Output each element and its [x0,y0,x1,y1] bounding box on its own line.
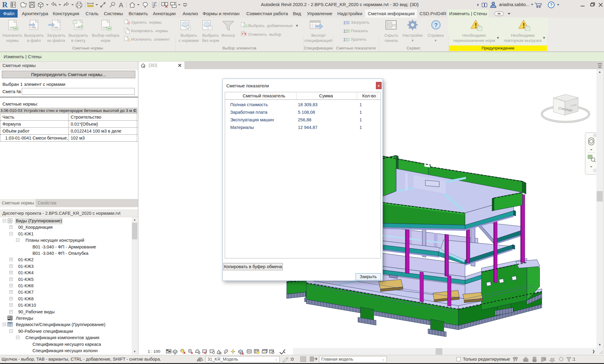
svg-text:Σ: Σ [343,20,346,25]
svg-text:A: A [119,1,123,9]
svg-text:?: ? [550,2,553,7]
svg-text:1: 1 [113,3,114,5]
svg-text:?: ? [434,22,438,28]
svg-text::1: :1 [572,357,575,362]
svg-text:Σ: Σ [343,29,346,34]
svg-text:Σ: Σ [343,37,346,42]
